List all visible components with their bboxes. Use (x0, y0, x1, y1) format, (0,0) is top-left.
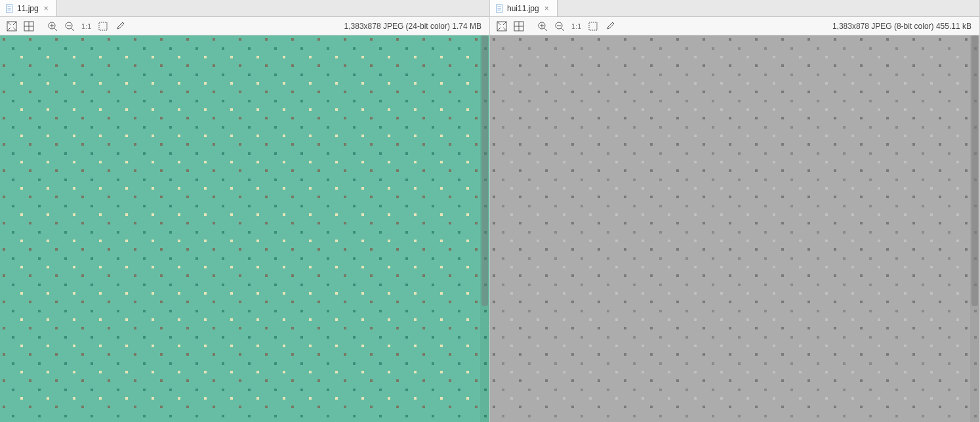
right-pane: hui11.jpg × 1:1 1,383x878 JPEG (8-bit co… (490, 0, 980, 422)
toolbar: 1:1 1,383x878 JPEG (24-bit color) 1.74 M… (0, 17, 489, 35)
grid-button[interactable] (511, 18, 527, 34)
left-pane: 11.jpg × 1:1 1,383x878 JPEG (24-bit colo… (0, 0, 490, 422)
svg-rect-3 (8, 9, 11, 10)
selection-button[interactable] (585, 18, 601, 34)
scrollbar-thumb[interactable] (481, 35, 488, 306)
svg-line-29 (561, 28, 564, 31)
image-viewport[interactable] (0, 35, 489, 422)
tab-label: hui11.jpg (507, 4, 539, 13)
tab-file-left[interactable]: 11.jpg × (0, 0, 57, 16)
file-icon (5, 4, 14, 13)
image-surface (0, 35, 489, 422)
svg-line-9 (54, 28, 57, 31)
tab-label: 11.jpg (17, 4, 39, 13)
close-icon[interactable]: × (41, 4, 51, 13)
fit-window-button[interactable] (4, 18, 20, 34)
file-icon (495, 4, 504, 13)
image-surface (490, 35, 979, 422)
color-picker-button[interactable] (112, 18, 128, 34)
zoom-in-button[interactable] (45, 18, 60, 34)
svg-rect-2 (8, 8, 11, 9)
toolbar: 1:1 1,383x878 JPEG (8-bit color) 455.11 … (490, 17, 979, 35)
image-info-status: 1,383x878 JPEG (8-bit color) 455.11 kB (832, 22, 975, 31)
zoom-1-1-button[interactable]: 1:1 (569, 22, 584, 30)
tab-bar: hui11.jpg × (490, 0, 979, 17)
vertical-scrollbar[interactable] (480, 35, 489, 422)
svg-rect-15 (99, 22, 107, 30)
color-picker-button[interactable] (602, 18, 618, 34)
svg-rect-31 (589, 22, 597, 30)
zoom-out-button[interactable] (552, 18, 567, 34)
vertical-scrollbar[interactable] (970, 35, 979, 422)
fit-window-button[interactable] (494, 18, 510, 34)
svg-rect-17 (498, 6, 501, 7)
svg-rect-19 (498, 9, 501, 10)
tab-file-right[interactable]: hui11.jpg × (490, 0, 558, 16)
zoom-1-1-button[interactable]: 1:1 (79, 22, 94, 30)
close-icon[interactable]: × (542, 4, 552, 13)
selection-button[interactable] (95, 18, 111, 34)
image-info-status: 1,383x878 JPEG (24-bit color) 1.74 MB (344, 22, 485, 31)
svg-rect-18 (498, 8, 501, 9)
zoom-in-button[interactable] (535, 18, 550, 34)
zoom-out-button[interactable] (62, 18, 77, 34)
svg-line-25 (544, 28, 547, 31)
svg-line-13 (71, 28, 74, 31)
grid-button[interactable] (21, 18, 37, 34)
svg-rect-1 (8, 6, 11, 7)
scrollbar-thumb[interactable] (971, 35, 978, 306)
image-viewport[interactable] (490, 35, 979, 422)
tab-bar: 11.jpg × (0, 0, 489, 17)
